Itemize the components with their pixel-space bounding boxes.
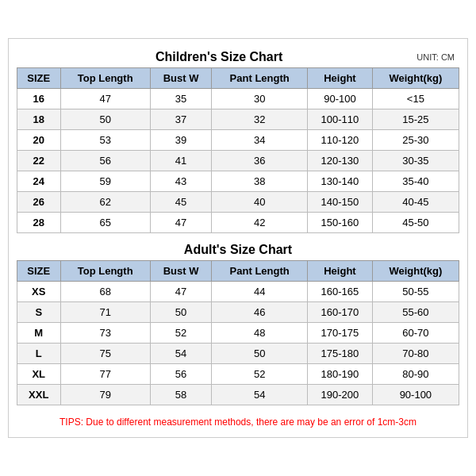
table-cell: 20 bbox=[17, 130, 61, 151]
table-cell: 50 bbox=[150, 302, 211, 323]
table-cell: 54 bbox=[212, 385, 308, 405]
table-row: 20533934110-12025-30 bbox=[17, 130, 459, 151]
adult-header-size: SIZE bbox=[17, 261, 61, 282]
table-cell: 24 bbox=[17, 171, 61, 192]
table-cell: 75 bbox=[60, 344, 150, 364]
table-cell: 80-90 bbox=[372, 364, 459, 385]
table-cell: 50 bbox=[212, 344, 308, 364]
table-cell: 30 bbox=[212, 89, 308, 109]
adult-header-bust-w: Bust W bbox=[150, 261, 211, 282]
table-row: 26624540140-15040-45 bbox=[17, 192, 459, 213]
table-cell: 35-40 bbox=[372, 171, 459, 192]
children-header-height: Height bbox=[308, 68, 373, 89]
table-cell: 175-180 bbox=[308, 344, 373, 364]
table-cell: 62 bbox=[60, 192, 150, 213]
table-cell: 41 bbox=[150, 151, 211, 171]
table-cell: 53 bbox=[60, 130, 150, 151]
children-header-weight: Weight(kg) bbox=[372, 68, 459, 89]
table-cell: 52 bbox=[150, 323, 211, 344]
table-cell: 120-130 bbox=[308, 151, 373, 171]
children-header-row: SIZE Top Length Bust W Pant Length Heigh… bbox=[17, 68, 459, 89]
table-cell: 160-165 bbox=[308, 282, 373, 302]
table-row: 24594338130-14035-40 bbox=[17, 171, 459, 192]
children-header-bust-w: Bust W bbox=[150, 68, 211, 89]
children-header-pant-length: Pant Length bbox=[212, 68, 308, 89]
table-cell: 90-100 bbox=[308, 89, 373, 109]
table-cell: 34 bbox=[212, 130, 308, 151]
table-cell: XS bbox=[17, 282, 61, 302]
table-cell: 36 bbox=[212, 151, 308, 171]
table-row: 18503732100-11015-25 bbox=[17, 109, 459, 130]
table-cell: 50 bbox=[60, 109, 150, 130]
adult-title-row: Adult's Size Chart bbox=[17, 240, 459, 260]
children-chart-section: Children's Size Chart UNIT: CM SIZE Top … bbox=[17, 47, 459, 233]
adult-chart-title: Adult's Size Chart bbox=[21, 243, 455, 257]
table-cell: 37 bbox=[150, 109, 211, 130]
table-cell: 70-80 bbox=[372, 344, 459, 364]
table-cell: 43 bbox=[150, 171, 211, 192]
table-cell: 22 bbox=[17, 151, 61, 171]
children-chart-title: Children's Size Chart bbox=[21, 50, 416, 64]
children-header-size: SIZE bbox=[17, 68, 61, 89]
table-cell: 160-170 bbox=[308, 302, 373, 323]
table-cell: 130-140 bbox=[308, 171, 373, 192]
table-cell: M bbox=[17, 323, 61, 344]
table-cell: 140-150 bbox=[308, 192, 373, 213]
table-cell: 15-25 bbox=[372, 109, 459, 130]
table-cell: 42 bbox=[212, 213, 308, 233]
adult-header-height: Height bbox=[308, 261, 373, 282]
table-cell: 18 bbox=[17, 109, 61, 130]
table-cell: 16 bbox=[17, 89, 61, 109]
table-cell: 40 bbox=[212, 192, 308, 213]
table-cell: XXL bbox=[17, 385, 61, 405]
table-cell: 90-100 bbox=[372, 385, 459, 405]
table-row: XL775652180-19080-90 bbox=[17, 364, 459, 385]
table-cell: 32 bbox=[212, 109, 308, 130]
table-row: S715046160-17055-60 bbox=[17, 302, 459, 323]
table-row: 28654742150-16045-50 bbox=[17, 213, 459, 233]
table-cell: 54 bbox=[150, 344, 211, 364]
table-cell: 39 bbox=[150, 130, 211, 151]
table-cell: 47 bbox=[60, 89, 150, 109]
table-cell: 180-190 bbox=[308, 364, 373, 385]
table-cell: 60-70 bbox=[372, 323, 459, 344]
table-cell: L bbox=[17, 344, 61, 364]
unit-label: UNIT: CM bbox=[416, 52, 455, 62]
table-cell: 170-175 bbox=[308, 323, 373, 344]
table-cell: 55-60 bbox=[372, 302, 459, 323]
table-cell: 52 bbox=[212, 364, 308, 385]
children-title-row: Children's Size Chart UNIT: CM bbox=[17, 47, 459, 67]
children-table-body: 1647353090-100<1518503732100-11015-25205… bbox=[17, 89, 459, 233]
table-cell: 71 bbox=[60, 302, 150, 323]
adult-header-pant-length: Pant Length bbox=[212, 261, 308, 282]
tips-text: TIPS: Due to different measurement metho… bbox=[17, 412, 459, 429]
table-cell: 150-160 bbox=[308, 213, 373, 233]
table-cell: 79 bbox=[60, 385, 150, 405]
adult-chart-section: Adult's Size Chart SIZE Top Length Bust … bbox=[17, 240, 459, 405]
adult-header-weight: Weight(kg) bbox=[372, 261, 459, 282]
table-cell: 68 bbox=[60, 282, 150, 302]
table-cell: 48 bbox=[212, 323, 308, 344]
table-cell: XL bbox=[17, 364, 61, 385]
table-row: XS684744160-16550-55 bbox=[17, 282, 459, 302]
adult-table-body: XS684744160-16550-55S715046160-17055-60M… bbox=[17, 282, 459, 405]
adult-header-top-length: Top Length bbox=[60, 261, 150, 282]
table-cell: 35 bbox=[150, 89, 211, 109]
table-cell: 25-30 bbox=[372, 130, 459, 151]
table-cell: 47 bbox=[150, 213, 211, 233]
table-cell: 56 bbox=[60, 151, 150, 171]
table-row: 22564136120-13030-35 bbox=[17, 151, 459, 171]
children-size-table: SIZE Top Length Bust W Pant Length Heigh… bbox=[17, 67, 459, 233]
table-cell: 44 bbox=[212, 282, 308, 302]
table-cell: <15 bbox=[372, 89, 459, 109]
children-header-top-length: Top Length bbox=[60, 68, 150, 89]
table-row: 1647353090-100<15 bbox=[17, 89, 459, 109]
table-cell: 65 bbox=[60, 213, 150, 233]
table-cell: 45-50 bbox=[372, 213, 459, 233]
table-cell: 28 bbox=[17, 213, 61, 233]
table-cell: 40-45 bbox=[372, 192, 459, 213]
table-cell: 47 bbox=[150, 282, 211, 302]
size-chart-container: Children's Size Chart UNIT: CM SIZE Top … bbox=[8, 38, 468, 438]
table-cell: 190-200 bbox=[308, 385, 373, 405]
table-cell: 73 bbox=[60, 323, 150, 344]
